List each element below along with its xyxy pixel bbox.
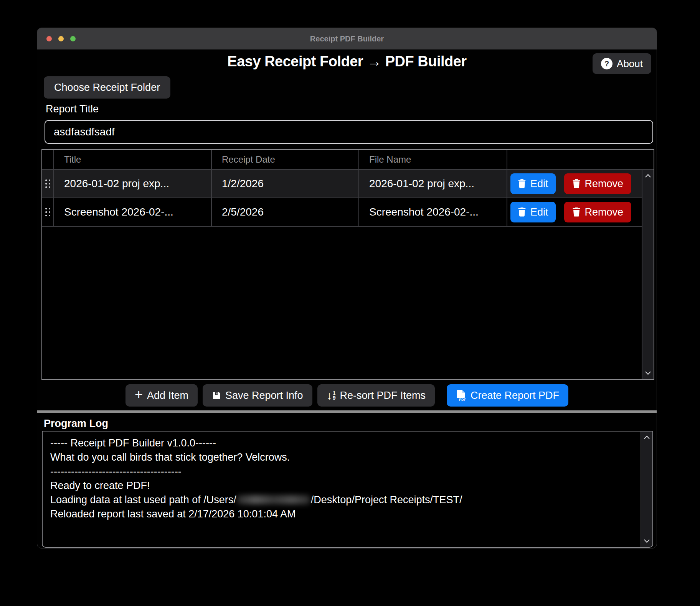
svg-text:PDF: PDF xyxy=(459,398,466,401)
edit-button[interactable]: Edit xyxy=(510,202,556,222)
plus-icon: + xyxy=(135,388,143,402)
splitter-handle[interactable] xyxy=(37,410,657,413)
row-file-cell: 2026-01-02 proj exp... xyxy=(359,170,507,198)
row-title-cell: Screenshot 2026-02-... xyxy=(54,198,212,226)
receipts-table: Title Receipt Date File Name 2026-01-02 … xyxy=(41,149,654,380)
action-buttons-row: + Add Item Save Report Info ↓ 1 9 Re-sor… xyxy=(37,384,657,407)
add-item-button[interactable]: + Add Item xyxy=(125,384,198,407)
edit-button-label: Edit xyxy=(530,206,548,218)
remove-button-label: Remove xyxy=(585,206,624,218)
chevron-down-icon[interactable] xyxy=(644,370,652,376)
log-line: What do you call birds that stick togeth… xyxy=(50,450,645,464)
zoom-button[interactable] xyxy=(70,36,76,41)
file-pdf-icon: PDF xyxy=(456,390,466,401)
titlebar[interactable]: Receipt PDF Builder xyxy=(37,28,657,49)
receipt-date-column-header: Receipt Date xyxy=(212,150,359,169)
log-scrollbar[interactable] xyxy=(641,431,652,547)
row-date-cell: 1/2/2026 xyxy=(212,170,359,198)
file-name-column-header: File Name xyxy=(359,150,507,169)
table-scrollbar[interactable] xyxy=(642,170,654,379)
row-actions-cell: Edit Remove xyxy=(507,170,642,198)
grip-dots-icon xyxy=(45,179,50,188)
page-title: Easy Receipt Folder → PDF Builder xyxy=(37,53,657,70)
program-log-box: ----- Receipt PDF Builder v1.0.0------Wh… xyxy=(42,431,653,548)
redacted-username xyxy=(237,495,310,504)
grip-dots-icon xyxy=(45,208,50,217)
trash-icon xyxy=(572,179,581,188)
traffic-lights xyxy=(46,36,76,41)
log-line: Reloaded report last saved at 2/17/2026 … xyxy=(50,507,645,521)
report-title-input[interactable] xyxy=(45,120,653,144)
minimize-button[interactable] xyxy=(58,36,64,41)
row-title-cell: 2026-01-02 proj exp... xyxy=(54,170,212,198)
question-icon: ? xyxy=(601,58,612,69)
window-title: Receipt PDF Builder xyxy=(310,35,384,43)
log-line: ----- Receipt PDF Builder v1.0.0------ xyxy=(50,436,645,450)
save-report-info-button[interactable]: Save Report Info xyxy=(203,384,312,407)
log-line: -------------------------------------- xyxy=(50,464,645,479)
save-report-info-label: Save Report Info xyxy=(225,390,303,402)
about-button[interactable]: ? About xyxy=(593,53,651,74)
row-date-cell: 2/5/2026 xyxy=(212,198,359,226)
create-report-pdf-button[interactable]: PDF Create Report PDF xyxy=(447,384,568,407)
sort-numeric-down-icon: ↓ 1 9 xyxy=(327,390,336,401)
close-button[interactable] xyxy=(46,36,52,41)
drag-handle[interactable] xyxy=(42,198,54,226)
table-header-row: Title Receipt Date File Name xyxy=(42,150,654,170)
add-item-label: Add Item xyxy=(147,390,188,402)
trash-icon xyxy=(518,207,526,217)
trash-icon xyxy=(572,207,581,217)
title-column-header: Title xyxy=(54,150,212,169)
program-log-heading: Program Log xyxy=(44,418,108,430)
create-report-pdf-label: Create Report PDF xyxy=(471,390,559,402)
row-file-cell: Screenshot 2026-02-... xyxy=(359,198,507,226)
remove-button-label: Remove xyxy=(585,178,624,190)
about-button-label: About xyxy=(617,58,643,70)
choose-receipt-folder-button[interactable]: Choose Receipt Folder xyxy=(44,76,170,99)
log-line: Ready to create PDF! xyxy=(50,479,645,493)
table-row: Screenshot 2026-02-... 2/5/2026 Screensh… xyxy=(42,198,642,227)
actions-column-header xyxy=(507,150,642,169)
program-log-content: ----- Receipt PDF Builder v1.0.0------Wh… xyxy=(43,431,652,526)
resort-pdf-items-button[interactable]: ↓ 1 9 Re-sort PDF Items xyxy=(317,384,435,407)
chevron-down-icon[interactable] xyxy=(643,538,651,544)
resort-pdf-items-label: Re-sort PDF Items xyxy=(340,390,426,402)
floppy-disk-icon xyxy=(212,391,221,400)
row-actions-cell: Edit Remove xyxy=(507,198,642,226)
app-window: Receipt PDF Builder Easy Receipt Folder … xyxy=(37,28,657,548)
trash-icon xyxy=(518,179,526,188)
log-line: Loading data at last used path of /Users… xyxy=(50,493,645,507)
table-row: 2026-01-02 proj exp... 1/2/2026 2026-01-… xyxy=(42,170,642,198)
chevron-up-icon[interactable] xyxy=(644,173,652,179)
edit-button[interactable]: Edit xyxy=(510,173,556,194)
remove-button[interactable]: Remove xyxy=(564,173,632,194)
report-title-label: Report Title xyxy=(46,103,99,115)
choose-receipt-folder-label: Choose Receipt Folder xyxy=(54,82,160,94)
drag-handle[interactable] xyxy=(42,170,54,198)
remove-button[interactable]: Remove xyxy=(564,202,632,222)
edit-button-label: Edit xyxy=(530,178,548,190)
drag-column-header xyxy=(42,150,54,169)
chevron-up-icon[interactable] xyxy=(643,435,651,441)
